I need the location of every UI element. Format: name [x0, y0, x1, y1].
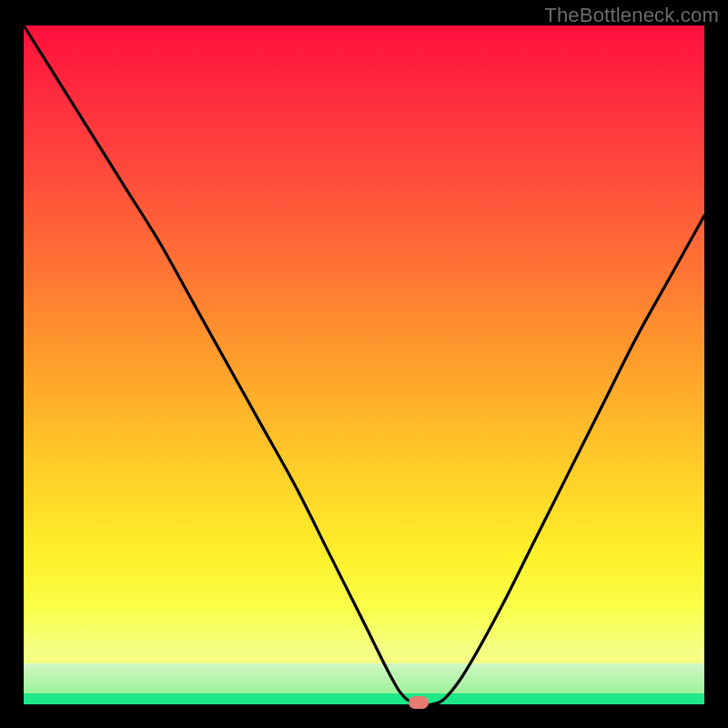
- watermark: TheBottleneck.com: [544, 4, 719, 27]
- chart-frame: TheBottleneck.com: [0, 0, 728, 728]
- plot-area: [24, 25, 704, 704]
- bottleneck-curve: [24, 25, 704, 704]
- optimum-marker: [409, 696, 429, 709]
